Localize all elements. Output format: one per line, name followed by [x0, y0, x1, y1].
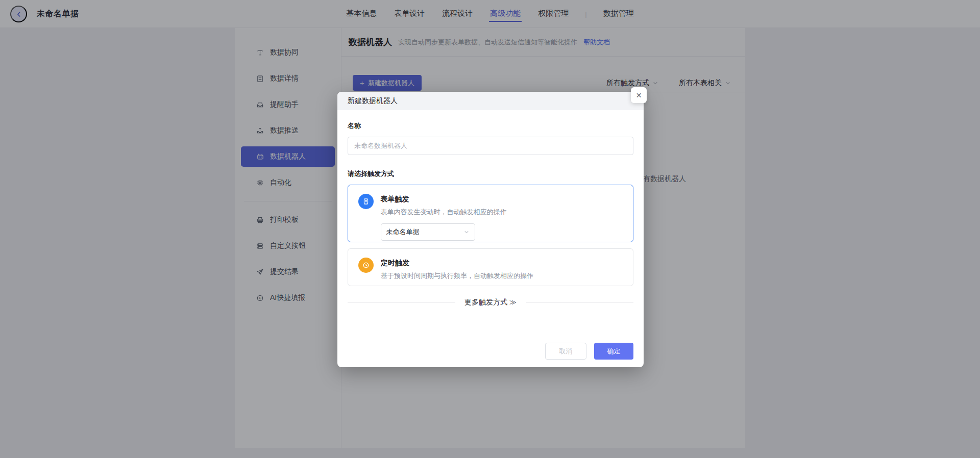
more-triggers-link[interactable]: 更多触发方式 ≫ [464, 298, 517, 307]
close-button[interactable]: ✕ [631, 87, 647, 103]
modal-title: 新建数据机器人 [337, 92, 644, 110]
modal-body: 名称 请选择触发方式 表单触发 表单内容发生变动时，自动触发相应的操作 未命名单… [337, 121, 644, 307]
divider-line [526, 302, 633, 303]
name-field-label: 名称 [348, 121, 633, 131]
timer-trigger-icon [358, 258, 374, 273]
timer-trigger-card[interactable]: 定时触发 基于预设时间周期与执行频率，自动触发相应的操作 [348, 248, 633, 286]
cancel-button[interactable]: 取消 [545, 343, 586, 360]
form-select-value: 未命名单据 [386, 227, 420, 237]
form-trigger-desc: 表单内容发生变动时，自动触发相应的操作 [381, 208, 507, 217]
close-icon: ✕ [636, 92, 642, 99]
modal-footer: 取消 确定 [545, 343, 633, 360]
form-trigger-content: 表单触发 表单内容发生变动时，自动触发相应的操作 未命名单据 [381, 193, 507, 235]
trigger-section-label: 请选择触发方式 [348, 169, 633, 179]
timer-trigger-desc: 基于预设时间周期与执行频率，自动触发相应的操作 [381, 271, 533, 281]
more-triggers-row: 更多触发方式 ≫ [348, 298, 633, 307]
form-select[interactable]: 未命名单据 [381, 223, 475, 241]
divider-line [348, 302, 455, 303]
double-chevron-right-icon: ≫ [509, 298, 517, 306]
form-trigger-card[interactable]: 表单触发 表单内容发生变动时，自动触发相应的操作 未命名单据 [348, 185, 633, 242]
timer-trigger-title: 定时触发 [381, 257, 533, 268]
chevron-down-icon [463, 229, 470, 235]
form-trigger-icon [358, 194, 374, 209]
robot-name-input[interactable] [348, 137, 633, 155]
confirm-button[interactable]: 确定 [594, 343, 633, 360]
new-data-robot-modal: 新建数据机器人 ✕ 名称 请选择触发方式 表单触发 表单内容发生变动时，自动触发… [337, 92, 644, 367]
form-trigger-title: 表单触发 [381, 193, 507, 204]
app-window: 未命名单据 基本信息 表单设计 流程设计 高级功能 权限管理 | 数据管理 数据… [0, 0, 980, 458]
timer-trigger-content: 定时触发 基于预设时间周期与执行频率，自动触发相应的操作 [381, 257, 533, 278]
